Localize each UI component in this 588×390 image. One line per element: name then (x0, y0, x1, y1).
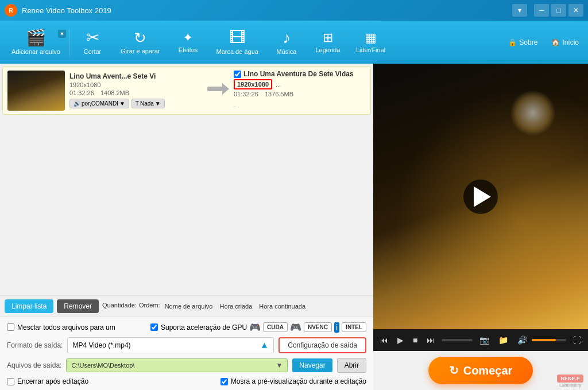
audio-arrow: ▼ (119, 100, 125, 107)
watermark-label: Marca de água (216, 48, 258, 55)
browse-btn[interactable]: Navegar (292, 358, 332, 372)
video-controls: ⏮ ▶ ■ ⏭ 📷 📁 🔊 ⛶ (373, 329, 588, 351)
app-title: Renee Video Toolbox 2019 (22, 6, 512, 15)
file-name-left: Lino Uma Avent...e Sete Vi (69, 72, 202, 80)
file-controls-left: 🔊 por,COMANDI ▼ T Nada ▼ (69, 99, 202, 108)
merge-checkbox[interactable] (7, 323, 14, 331)
output-settings-btn[interactable]: Configuração de saída (278, 337, 366, 353)
home-btn[interactable]: 🏠 Início (547, 36, 583, 49)
stop-btn[interactable]: ■ (411, 334, 420, 346)
music-icon: ♪ (283, 30, 291, 46)
audio-selector[interactable]: 🔊 por,COMANDI ▼ (69, 99, 129, 108)
toolbar-leader-btn[interactable]: ▦ Lider/Final (349, 28, 392, 57)
gpu-label: Suporta aceleração de GPU (161, 323, 247, 332)
clear-list-btn[interactable]: Limpar lista (5, 299, 53, 313)
add-label: Adicionar arquivo (11, 48, 60, 55)
intel-badge: INTEL (342, 322, 366, 332)
toolbar-add-btn[interactable]: 🎬 Adicionar arquivo ▼ (5, 26, 67, 58)
size-left: 1408.2MB (100, 89, 129, 96)
resolution-left: 1920x1080 (69, 81, 202, 88)
subtitle-label: Legenda (315, 46, 340, 53)
toolbar-cut-btn[interactable]: ✂ Cortar (72, 26, 113, 58)
output-controls: - (234, 100, 366, 111)
audio-icon: 🔊 (74, 100, 80, 107)
toolbar-effects-btn[interactable]: ✦ Efeitos (168, 28, 208, 57)
settings-area: Mesclar todos arquivos para um Suporta a… (0, 317, 373, 390)
shutdown-checkbox[interactable] (7, 378, 14, 385)
subtitle-label: Nada (140, 100, 154, 107)
start-refresh-icon: ↻ (449, 364, 459, 377)
thumb-image (7, 71, 65, 111)
app-logo: R (5, 4, 17, 17)
lock-icon: 🔒 (508, 38, 517, 46)
preview-checkbox-label[interactable]: Mosra a pré-visualização durante a edita… (220, 377, 366, 385)
remove-btn[interactable]: Remover (57, 299, 99, 313)
output-checkbox[interactable] (234, 71, 241, 78)
toolbar: 🎬 Adicionar arquivo ▼ ✂ Cortar ↻ Girar e… (0, 21, 588, 64)
subtitle-icon: ⊞ (323, 32, 333, 44)
size-right: 1376.5MB (265, 91, 293, 98)
toolbar-rotate-btn[interactable]: ↻ Girar e aparar (114, 27, 167, 58)
toolbar-music-btn[interactable]: ♪ Música (266, 26, 307, 58)
merge-label: Mesclar todos arquivos para um (17, 323, 115, 332)
next-frame-btn[interactable]: ⏭ (424, 334, 437, 346)
window-menu-btn[interactable]: ▾ (512, 4, 527, 17)
add-video-icon: 🎬 (26, 30, 46, 46)
gpu-checkbox[interactable] (150, 323, 158, 331)
sort-created[interactable]: Hora criada (217, 302, 254, 311)
sort-filename[interactable]: Nome de arquivo (163, 302, 215, 311)
subtitle-t-icon: T (136, 100, 139, 107)
more-options-btn[interactable]: ... (276, 81, 281, 88)
output-dash: - (234, 102, 236, 111)
volume-fill (532, 339, 556, 341)
cut-icon: ✂ (86, 30, 99, 46)
cut-label: Cortar (84, 48, 102, 55)
minimize-btn[interactable]: ─ (534, 4, 549, 17)
video-preview[interactable] (373, 64, 588, 329)
open-btn[interactable]: Abrir (337, 358, 366, 373)
bottom-controls: Limpar lista Remover Quantidade: Ordem: … (0, 295, 373, 317)
sort-continued[interactable]: Hora continuada (257, 302, 308, 311)
nvenc-logo-icon: 🎮 (290, 322, 301, 333)
progress-bar[interactable] (442, 339, 473, 341)
preview-checkbox[interactable] (220, 378, 228, 385)
fullscreen-btn[interactable]: ⛶ (571, 334, 583, 346)
home-icon: 🏠 (551, 38, 560, 46)
path-value: C:\Users\MO\Desktop\ (71, 362, 134, 369)
rotate-icon: ↻ (134, 30, 146, 45)
home-label: Início (562, 38, 579, 46)
folder-btn[interactable]: 📁 (496, 334, 510, 346)
format-select[interactable]: MP4 Video (*.mp4) ▲ (67, 337, 274, 353)
output-path-label: Aquivos de saída: (7, 361, 61, 369)
resolution-badge: 1920x1080 (234, 79, 272, 89)
effects-icon: ✦ (183, 32, 193, 44)
screenshot-btn[interactable]: 📷 (477, 334, 492, 346)
nvenc-badge: NVENC (304, 322, 332, 332)
toolbar-subtitle-btn[interactable]: ⊞ Legenda (308, 28, 348, 57)
close-btn[interactable]: ✕ (568, 4, 583, 17)
duration-left: 01:32:26 (69, 89, 94, 96)
duration-right: 01:32:26 (234, 91, 258, 98)
gpu-checkbox-label[interactable]: Suporta aceleração de GPU (150, 323, 247, 332)
quantity-label: Quantidade: (102, 302, 137, 311)
video-play-overlay[interactable] (463, 180, 498, 214)
preview-label: Mosra a pré-visualização durante a edita… (231, 377, 366, 385)
maximize-btn[interactable]: □ (551, 4, 566, 17)
titlebar: R Renee Video Toolbox 2019 ▾ ─ □ ✕ (0, 0, 588, 21)
about-btn[interactable]: 🔒 Sobre (504, 36, 542, 49)
file-item: Lino Uma Avent...e Sete Vi 1920x1080 01:… (2, 66, 371, 115)
subtitle-selector[interactable]: T Nada ▼ (131, 99, 165, 108)
right-panel: ⏮ ▶ ■ ⏭ 📷 📁 🔊 ⛶ ↻ Começar (373, 64, 588, 390)
merge-checkbox-label[interactable]: Mesclar todos arquivos para um (7, 323, 115, 332)
start-btn[interactable]: ↻ Começar (428, 357, 533, 384)
toolbar-watermark-btn[interactable]: 🎞 Marca de água (209, 26, 265, 58)
conversion-arrow (206, 80, 229, 100)
file-name-right: Lino Uma Aventura De Sete Vidas (234, 70, 366, 78)
volume-btn[interactable]: 🔊 (515, 334, 529, 346)
shutdown-checkbox-label[interactable]: Encerrar após editação (7, 377, 88, 385)
play-pause-btn[interactable]: ▶ (395, 334, 406, 346)
prev-frame-btn[interactable]: ⏮ (378, 334, 390, 346)
path-display: C:\Users\MO\Desktop\ ▼ (66, 358, 288, 372)
settings-row-2: Formato de saída: MP4 Video (*.mp4) ▲ Co… (7, 337, 366, 353)
volume-bar[interactable] (532, 339, 566, 341)
